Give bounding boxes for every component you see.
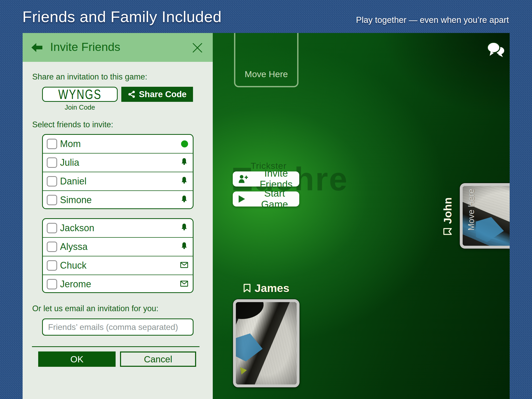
back-button[interactable] [30,41,43,54]
bell-icon [180,195,188,205]
friend-checkbox[interactable] [47,260,57,271]
friend-name: Jackson [60,223,94,234]
close-icon [192,50,203,54]
bookmark-icon [243,283,251,293]
chat-button[interactable] [487,42,507,59]
play-icon [238,195,246,203]
start-game-label: Start Game [250,188,299,210]
chat-bubbles-icon [487,55,507,59]
join-code-caption: Join Code [42,103,118,111]
friend-name: Julia [60,157,79,168]
page-tagline: Play together — even when you’re apart [356,15,509,25]
friend-row[interactable]: Daniel [43,172,193,190]
friend-checkbox[interactable] [47,195,57,205]
invite-friends-label: Invite Friends [253,168,299,190]
bell-icon [180,177,188,186]
panel-header: Invite Friends [23,33,213,62]
share-code-button[interactable]: Share Code [121,87,193,102]
online-status-icon [181,141,188,148]
invite-friends-panel: Invite Friends Share an invitation to th… [23,33,213,399]
bell-icon [180,158,188,168]
friend-checkbox[interactable] [47,242,57,252]
friend-checkbox[interactable] [47,176,57,187]
friend-emails-input[interactable] [42,318,194,336]
friend-group-1: Mom Julia Daniel Simone [42,134,194,209]
invite-friends-button[interactable]: Invite Friends [233,171,299,187]
add-person-icon [238,174,249,184]
back-arrow-icon [30,50,43,55]
share-section-label: Share an invitation to this game: [32,72,147,82]
player-name: John [441,197,454,224]
card-vignette [236,302,297,384]
friend-row[interactable]: Jackson [43,219,193,237]
select-friends-label: Select friends to invite: [32,120,113,129]
bell-icon [180,242,188,252]
close-button[interactable] [192,42,203,53]
card-back-james [233,299,300,387]
friend-checkbox[interactable] [47,157,57,168]
friend-row[interactable]: Alyssa [43,237,193,256]
friend-name: Daniel [60,176,87,187]
move-here-label: Move Here [245,69,288,79]
friend-name: Simone [60,195,92,205]
friend-checkbox[interactable] [47,139,57,149]
ok-button[interactable]: OK [38,351,116,367]
page-title: Friends and Family Included [22,8,222,26]
friend-row[interactable]: Chuck [43,256,193,275]
friend-row[interactable]: Simone [43,190,193,209]
friend-row[interactable]: Mom [43,135,193,153]
cancel-button[interactable]: Cancel [120,351,196,367]
player-name: James [255,282,289,295]
join-code-value: WYNGS [58,87,102,102]
game-table: Trickster Euchre Move Here Invite Friend… [213,33,510,399]
join-code-box: WYNGS [42,87,118,102]
move-here-slot-top[interactable]: Move Here [234,33,298,87]
share-icon [128,90,136,98]
share-code-label: Share Code [139,89,187,99]
friend-name: Chuck [60,260,87,271]
email-section-label: Or let us email an invitation for you: [32,304,158,313]
friend-checkbox[interactable] [47,279,57,289]
envelope-icon [180,262,188,269]
friend-row[interactable]: Jerome [43,275,193,293]
bell-icon [180,223,188,233]
friend-row[interactable]: Julia [43,153,193,172]
envelope-icon [180,281,188,288]
friend-group-2: Jackson Alyssa Chuck Jerome [42,218,194,293]
friend-name: Mom [60,138,81,149]
friend-name: Jerome [60,279,91,290]
player-label-james: James [233,281,300,295]
friend-checkbox[interactable] [47,223,57,233]
panel-title: Invite Friends [50,40,120,54]
bookmark-icon [443,228,452,235]
move-here-label: Move Here [466,186,478,233]
friend-name: Alyssa [60,241,88,252]
start-game-button[interactable]: Start Game [233,191,299,207]
panel-divider [32,346,200,347]
